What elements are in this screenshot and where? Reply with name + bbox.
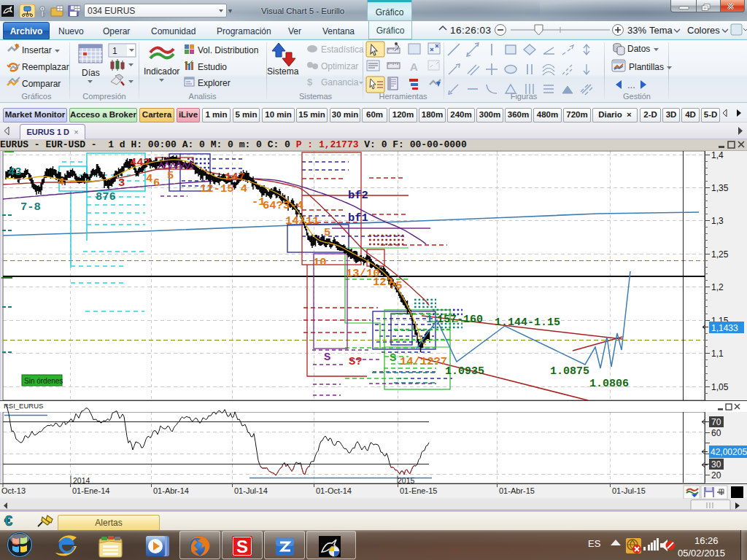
svg-text:43: 43 (8, 166, 22, 179)
svg-text:01-Jul-14: 01-Jul-14 (234, 486, 268, 495)
svg-text:01-Jul-15: 01-Jul-15 (612, 486, 646, 495)
svg-text:S?: S? (349, 355, 363, 368)
svg-text:1.144-1.15: 1.144-1.15 (495, 316, 560, 329)
svg-text:1,4: 1,4 (711, 150, 724, 160)
svg-text:bf2: bf2 (348, 189, 368, 202)
svg-text:01-Oct-14: 01-Oct-14 (316, 486, 352, 495)
svg-text:1,2: 1,2 (711, 282, 724, 292)
svg-text:4: 4 (146, 172, 152, 185)
svg-text:876: 876 (96, 190, 116, 203)
svg-text:1.0935: 1.0935 (445, 365, 484, 378)
svg-text:S: S (236, 537, 248, 556)
svg-text:RSI_EURUS: RSI_EURUS (4, 402, 43, 410)
svg-text:05/02/2015: 05/02/2015 (678, 548, 725, 559)
svg-text:Indicador: Indicador (144, 66, 179, 77)
svg-text:Días: Días (82, 68, 100, 78)
svg-text:1,3: 1,3 (711, 216, 724, 226)
svg-text:5: 5 (324, 226, 330, 239)
svg-text:1: 1 (112, 46, 117, 56)
svg-text:1,1: 1,1 (711, 349, 724, 359)
svg-text:A: A (410, 61, 418, 73)
svg-text:16:26: 16:26 (694, 535, 719, 546)
svg-text:S: S (324, 351, 330, 364)
svg-text:60: 60 (711, 428, 721, 438)
svg-text:Sistema: Sistema (267, 66, 299, 77)
svg-text:Optimizar: Optimizar (321, 61, 358, 71)
svg-text:€: € (4, 513, 12, 529)
svg-text:1,25: 1,25 (711, 249, 729, 260)
svg-text:Plantillas: Plantillas (629, 62, 664, 72)
svg-text:1.0875: 1.0875 (550, 365, 589, 378)
svg-text:$: $ (307, 77, 313, 88)
svg-text:20: 20 (711, 470, 721, 481)
svg-text:Explorer: Explorer (198, 78, 231, 88)
svg-text:Oct-13: Oct-13 (1, 486, 26, 495)
svg-text:1,1433: 1,1433 (711, 323, 738, 333)
svg-text:?5: ?5 (389, 279, 403, 292)
svg-text:1,35: 1,35 (711, 183, 729, 193)
svg-text:2014: 2014 (73, 476, 90, 485)
svg-text:Sin órdenes: Sin órdenes (24, 377, 63, 385)
svg-text:01-Ene-14: 01-Ene-14 (72, 486, 109, 495)
svg-text:2015: 2015 (398, 476, 415, 485)
svg-text:01-Ene-15: 01-Ene-15 (400, 486, 437, 495)
svg-text:1.0806: 1.0806 (589, 378, 629, 390)
svg-text:bf1: bf1 (348, 211, 368, 225)
svg-text:157-160: 157-160 (437, 314, 483, 326)
svg-text:Ganancia: Ganancia (321, 77, 359, 88)
svg-text:S: S (390, 351, 396, 365)
svg-text:6: 6 (153, 176, 160, 190)
svg-text:Reemplazar: Reemplazar (22, 62, 69, 72)
svg-text:5: 5 (167, 169, 174, 182)
svg-text:14/11: 14/11 (285, 214, 320, 228)
svg-text:10: 10 (313, 256, 327, 269)
svg-text:ES: ES (588, 538, 601, 549)
svg-text:1,05: 1,05 (711, 382, 729, 392)
svg-text:7-8: 7-8 (20, 201, 41, 214)
svg-text:Estudio: Estudio (198, 62, 227, 72)
svg-text:Vol. Distribution: Vol. Distribution (198, 45, 258, 55)
svg-text:01-Abr-15: 01-Abr-15 (499, 486, 535, 495)
svg-text:01-Abr-14: 01-Abr-14 (153, 486, 189, 495)
svg-text:14/12?7: 14/12?7 (400, 355, 447, 368)
svg-text:Estadística: Estadística (321, 44, 364, 55)
svg-text:3: 3 (118, 176, 125, 190)
svg-text:Insertar: Insertar (22, 45, 52, 55)
svg-text:12-15 4: 12-15 4 (200, 182, 247, 195)
svg-text:30: 30 (711, 459, 721, 470)
svg-text:Datos: Datos (627, 44, 650, 54)
svg-text:70: 70 (711, 417, 721, 427)
svg-text:42,00205: 42,00205 (711, 447, 747, 457)
svg-text:44?: 44? (130, 156, 150, 169)
svg-text:...: ... (627, 79, 635, 90)
svg-text:64?3-4: 64?3-4 (263, 199, 303, 212)
svg-text:4: 4 (58, 176, 64, 189)
svg-text:Comparar: Comparar (22, 79, 61, 89)
